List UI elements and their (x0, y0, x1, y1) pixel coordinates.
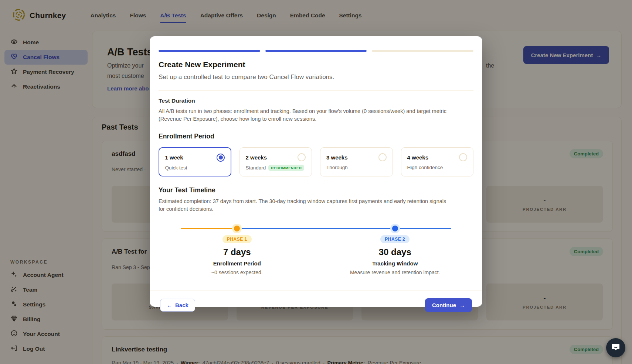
phase2-duration: 30 days (336, 247, 454, 257)
step-progress-bar (159, 50, 473, 52)
radio-unselected-icon[interactable] (378, 153, 387, 161)
phase2-badge: PHASE 2 (380, 235, 410, 243)
timeline-track (181, 228, 451, 229)
back-button[interactable]: ← Back (160, 299, 195, 312)
phase1-dot (234, 226, 240, 231)
create-experiment-modal: Create New Experiment Set up a controlle… (150, 36, 482, 307)
option-subtitle: Quick test (165, 165, 187, 171)
modal-footer: ← Back Continue → (150, 291, 482, 320)
phase1-name: Enrollment Period (178, 260, 296, 267)
timeline-heading: Your Test Timeline (159, 186, 473, 194)
phase2-dot (392, 226, 398, 231)
radio-selected-icon[interactable] (217, 154, 225, 162)
back-button-label: Back (175, 302, 188, 308)
app-screen: Churnkey Analytics Flows A/B Tests Adapt… (0, 0, 632, 364)
option-2-weeks[interactable]: 2 weeks Standard RECOMMENDED (239, 147, 312, 176)
phase1-column: PHASE 1 7 days Enrollment Period ~0 sess… (178, 235, 296, 275)
timeline-description: Estimated completion: 37 days from start… (159, 198, 447, 213)
chat-bubble-icon (611, 342, 621, 353)
progress-segment-empty (372, 50, 473, 52)
option-1-week[interactable]: 1 week Quick test (159, 147, 231, 176)
phase2-description: Measure revenue and retention impact. (336, 269, 454, 275)
test-duration-heading: Test Duration (159, 97, 473, 104)
enrollment-options: 1 week Quick test 2 weeks Standard RECOM… (159, 147, 473, 176)
timeline-phase1-segment (181, 228, 237, 229)
modal-title: Create New Experiment (159, 60, 473, 69)
option-title: 3 weeks (326, 154, 348, 161)
option-subtitle: Standard (246, 165, 266, 171)
option-3-weeks[interactable]: 3 weeks Thorough (320, 147, 393, 176)
progress-segment-filled (265, 50, 367, 52)
arrow-right-icon: → (459, 302, 465, 308)
timeline-visualization: PHASE 1 7 days Enrollment Period ~0 sess… (181, 228, 451, 291)
option-subtitle: High confidence (407, 165, 443, 170)
continue-button-label: Continue (432, 302, 456, 308)
radio-unselected-icon[interactable] (459, 153, 467, 161)
recommended-badge: RECOMMENDED (268, 165, 304, 171)
phase1-duration: 7 days (178, 247, 296, 257)
radio-unselected-icon[interactable] (298, 153, 306, 161)
phase1-badge: PHASE 1 (222, 235, 252, 243)
phase2-column: PHASE 2 30 days Tracking Window Measure … (336, 235, 454, 275)
modal-subtitle: Set up a controlled test to compare two … (159, 73, 473, 91)
option-title: 4 weeks (407, 154, 429, 161)
option-subtitle: Thorough (326, 165, 348, 170)
modal-header: Create New Experiment Set up a controlle… (150, 36, 482, 91)
progress-segment-filled (159, 50, 260, 52)
phase1-description: ~0 sessions expected. (178, 269, 296, 275)
phase2-name: Tracking Window (336, 260, 454, 267)
option-4-weeks[interactable]: 4 weeks High confidence (401, 147, 474, 176)
option-title: 2 weeks (246, 154, 267, 161)
arrow-left-icon: ← (167, 302, 172, 308)
enrollment-period-heading: Enrollment Period (159, 133, 473, 140)
test-duration-description: All A/B tests run in two phases: enrollm… (159, 107, 454, 123)
option-title: 1 week (165, 154, 183, 161)
modal-body: Test Duration All A/B tests run in two p… (150, 91, 482, 291)
chat-widget-button[interactable] (606, 338, 625, 357)
continue-button[interactable]: Continue → (425, 298, 472, 312)
